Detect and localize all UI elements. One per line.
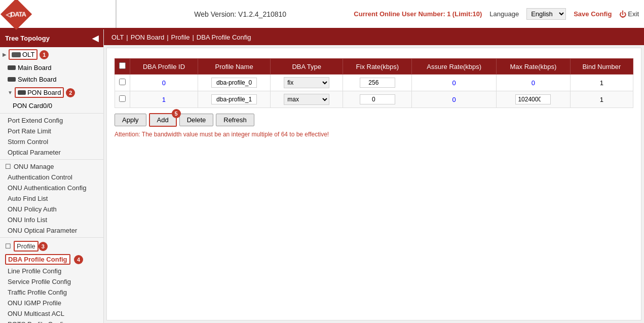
apply-button[interactable]: Apply [115,114,146,126]
nav-service-profile[interactable]: Service Profile Config [0,276,103,287]
logo-area: ◁DATA [5,0,117,28]
nav-port-extend[interactable]: Port Extend Config [0,115,103,126]
tree-item-switchboard[interactable]: Switch Board [0,74,103,85]
olt-label: OLT [22,51,34,58]
row1-checkbox[interactable] [119,95,126,102]
row0-max-link[interactable]: 0 [532,79,535,87]
profile-checkbox[interactable]: ☐ [5,242,11,250]
onu-manage-checkbox[interactable]: ☐ [5,163,11,170]
ponboard-box: PON Board [15,87,64,98]
online-limit: (Limit:10) [452,10,482,18]
nav-multicast-acl[interactable]: ONU Multicast ACL [0,308,103,319]
th-profile-name: Profile Name [198,59,270,75]
row1-id-link[interactable]: 1 [162,96,166,103]
logo-inner-text: ◁DATA [6,10,26,18]
onu-auth-config-label: ONU Authentication Config [8,184,86,192]
th-bind-number: Bind Number [570,59,633,75]
profile-box: Profile [14,241,39,252]
online-info: Current Online User Number: 1 (Limit:10) [354,10,482,18]
badge-profile: 3 [39,242,48,251]
traffic-profile-label: Traffic Profile Config [8,289,67,296]
row1-fix-rate [343,91,412,108]
save-config-button[interactable]: Save Config [574,10,612,18]
nav-onu-policy[interactable]: ONU Policy Auth [0,204,103,214]
nav-onu-optical[interactable]: ONU Optical Parameter [0,225,103,236]
row1-assure-rate: 0 [412,91,497,108]
breadcrumb: OLT | PON Board | Profile | DBA Profile … [104,29,644,45]
row0-id: 0 [130,75,198,91]
row0-id-link[interactable]: 0 [162,79,166,87]
pots-profile-label: POTS Profile Config [8,320,67,323]
nav-traffic-profile[interactable]: Traffic Profile Config [0,287,103,298]
nav-line-profile[interactable]: Line Profile Config [0,266,103,276]
language-select[interactable]: English Chinese [526,8,566,20]
tree-item-olt[interactable]: ▶ OLT 1 [0,47,103,62]
row0-name-input[interactable] [211,78,257,88]
header-right: Current Online User Number: 1 (Limit:10)… [354,8,639,20]
nav-onu-manage[interactable]: ☐ ONU Manage [0,161,103,172]
nav-pots-profile[interactable]: POTS Profile Config [0,319,103,323]
th-profile-id: DBA Profile ID [130,59,198,75]
mainboard-label: Main Board [18,64,51,71]
nav-igmp-profile[interactable]: ONU IGMP Profile [0,298,103,308]
nav-onu-auth-config[interactable]: ONU Authentication Config [0,183,103,193]
row1-bind-val: 1 [600,96,603,103]
row0-assure-link[interactable]: 0 [452,79,456,87]
auto-find-label: Auto Find List [8,195,48,202]
tree-item-poncard[interactable]: PON Card0/0 [0,100,103,112]
nav-storm-control[interactable]: Storm Control [0,136,103,147]
line-profile-label: Line Profile Config [8,267,61,275]
ponboard-expand-icon: ▼ [8,90,13,95]
nav-profile-section[interactable]: ☐ Profile 3 [0,239,103,253]
switchboard-label: Switch Board [18,76,57,83]
attention-text: Attention: The bandwidth value must be a… [115,131,633,138]
tree-item-ponboard[interactable]: ▼ PON Board 2 [0,85,103,100]
row1-max-rate [497,91,571,108]
row1-check [115,91,130,108]
breadcrumb-current: DBA Profile Config [197,33,251,41]
row1-name-input[interactable] [211,94,257,104]
badge-dba: 4 [74,255,83,264]
row1-fix-rate-input[interactable] [360,94,395,104]
refresh-button[interactable]: Refresh [216,114,254,126]
version-label: Web Version: V1.2.4_210810 [117,10,354,18]
profile-label: Profile [17,242,35,250]
nav-dba-profile-row[interactable]: DBA Profile Config 4 [0,253,103,266]
th-check [115,59,130,75]
storm-control-label: Storm Control [8,138,48,146]
nav-auto-find[interactable]: Auto Find List [0,193,103,204]
olt-device-icon [12,52,21,57]
tree-item-mainboard[interactable]: Main Board [0,62,103,74]
th-fix-rate: Fix Rate(kbps) [343,59,412,75]
badge-add: 5 [172,109,181,118]
sidebar-header: Tree Topology ◀ [0,29,103,47]
th-max-rate: Max Rate(kbps) [497,59,571,75]
sidebar-collapse-icon[interactable]: ◀ [92,33,98,43]
row1-max-rate-input[interactable] [515,94,551,104]
delete-button[interactable]: Delete [179,114,214,126]
exit-button[interactable]: ⏻ Exit [619,10,639,18]
breadcrumb-sep2: | [167,33,168,41]
nav-optical-param[interactable]: Optical Parameter [0,147,103,158]
row0-name [198,75,270,91]
nav-port-rate[interactable]: Port Rate Limit [0,126,103,136]
breadcrumb-profile[interactable]: Profile [171,33,190,41]
table-row: 0 fix max assure assure+max fix+assure [115,75,633,91]
badge-olt: 1 [40,50,49,59]
row1-assure-link[interactable]: 0 [452,96,456,103]
main-layout: Tree Topology ◀ ▶ OLT 1 Main Board [0,29,644,323]
breadcrumb-olt[interactable]: OLT [111,33,124,41]
ponboard-device-icon [18,90,26,95]
dba-profile-label: DBA Profile Config [8,256,67,263]
row0-fix-rate-input[interactable] [360,78,395,88]
nav-onu-info[interactable]: ONU Info List [0,214,103,225]
header: ◁DATA Web Version: V1.2.4_210810 Current… [0,0,644,29]
row0-bind-number: 1 [570,75,633,91]
nav-auth-control[interactable]: Authentication Control [0,172,103,183]
row1-type-select[interactable]: fix max assure assure+max fix+assure+max [284,94,329,105]
row0-type-select[interactable]: fix max assure assure+max fix+assure+max [284,77,329,88]
row0-checkbox[interactable] [119,79,126,85]
olt-box: OLT [9,49,37,60]
select-all-checkbox[interactable] [119,62,126,69]
breadcrumb-ponboard[interactable]: PON Board [131,33,164,41]
